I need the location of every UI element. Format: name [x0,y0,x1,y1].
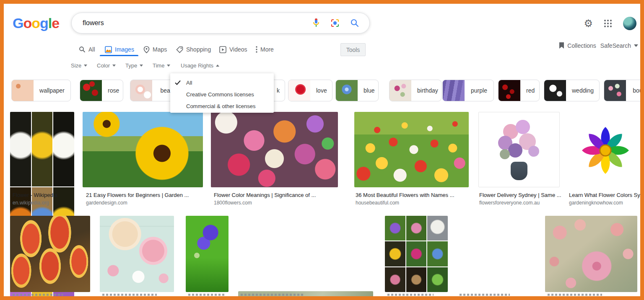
cutoff-caption [387,294,434,296]
result-image-bellflower[interactable] [186,216,229,292]
result-title[interactable]: Learn What Flower Colors Sy... [569,192,644,198]
chip-label: birthday [411,87,441,94]
chevron-up-icon [216,65,219,67]
menu-item-all[interactable]: All [170,77,274,88]
logo-letter: e [52,15,59,31]
chip-bouquet-cutoff[interactable]: bou [604,80,644,101]
chip-red[interactable]: red [498,80,540,101]
result-image-pink-dahlias[interactable] [100,216,174,292]
cutoff-caption [102,294,157,296]
chip-label: red [520,87,540,94]
mic-icon[interactable] [312,18,320,28]
menu-item-label: All [186,80,192,86]
result-image-flower-vase[interactable] [478,112,560,187]
checkmark-icon [174,79,181,86]
result-title[interactable]: Flower Color Meanings | Significance of … [214,192,316,198]
chip-purple[interactable]: purple [442,80,494,101]
filter-time[interactable]: Time [153,62,170,69]
result-title[interactable]: 36 Most Beautiful Flowers with Names ... [356,192,454,198]
chip-thumbnail [12,80,34,101]
tab-all[interactable]: All [79,44,95,55]
result-title[interactable]: 21 Easy Flowers for Beginners | Garden .… [86,192,189,198]
chip-blue[interactable]: blue [335,80,379,101]
filter-label: Usage Rights [181,62,213,69]
menu-item-commercial[interactable]: Commercial & other licenses [170,100,274,112]
price-tag-icon [176,46,183,53]
tab-label: Shopping [186,46,211,53]
chevron-down-icon [112,65,116,67]
tools-label: Tools [346,47,360,53]
filter-label: Type [125,62,137,69]
result-image-tulip-field[interactable] [354,112,469,187]
google-logo[interactable]: Google [13,15,59,31]
apps-grid-icon[interactable] [604,19,612,28]
logo-letter: o [23,15,31,31]
chevron-down-icon [167,65,170,67]
result-domain[interactable]: housebeautiful.com [356,200,399,206]
safesearch-label: SafeSearch [600,42,631,49]
chip-thumbnail [443,80,465,101]
result-image-sunflower[interactable] [83,112,203,187]
tab-label: Images [115,46,134,53]
result-image-rainbow-flower[interactable] [569,112,640,187]
filter-label: Color [97,62,110,69]
lens-camera-icon[interactable] [330,18,340,28]
avatar[interactable] [623,17,636,30]
result-domain[interactable]: 1800flowers.com [214,200,252,206]
tools-button[interactable]: Tools [340,43,366,56]
search-icon [79,46,86,53]
search-icon[interactable] [350,18,359,28]
result-image-red-tulips[interactable] [10,216,90,292]
chip-label: k [277,87,285,94]
chip-thumbnail [390,80,411,101]
result-domain[interactable]: gardeningknowhow.com [569,200,623,206]
chip-love[interactable]: love [288,80,332,101]
filter-type[interactable]: Type [125,62,143,69]
more-vertical-icon [256,46,257,53]
image-icon [105,46,112,53]
chip-thumbnail [80,80,102,101]
logo-letter: l [48,15,52,31]
settings-gear-icon[interactable]: ⚙ [584,18,593,28]
cutoff-caption [460,294,510,296]
chip-wallpaper[interactable]: wallpaper [11,80,71,101]
tab-shopping[interactable]: Shopping [176,44,211,55]
filter-usage-rights[interactable]: Usage Rights [181,62,219,69]
chip-birthday[interactable]: birthday [389,80,441,101]
tab-label: Videos [229,46,247,53]
chevron-down-icon [140,65,143,67]
result-domain[interactable]: flowersforeveryone.com.au [479,200,540,206]
filter-label: Time [153,62,164,69]
map-pin-icon [143,46,150,53]
filter-size[interactable]: Size [71,62,87,69]
tab-more[interactable]: More [256,44,274,55]
result-title[interactable]: Flower - Wikipedia [13,192,57,198]
cutoff-caption [13,294,63,296]
cutoff-caption [548,294,602,296]
result-image-flower-collage[interactable] [385,216,448,292]
result-image-pink-meadow[interactable] [545,216,637,292]
result-domain[interactable]: en.wikipedia.org [13,200,49,206]
menu-item-creative-commons[interactable]: Creative Commons licenses [170,88,274,100]
collections-button[interactable]: Collections [559,42,596,49]
logo-letter: g [40,15,48,31]
chevron-down-icon [634,44,638,47]
chip-rose[interactable]: rose [80,80,123,101]
search-input[interactable] [83,19,312,27]
logo-letter: G [13,15,23,31]
chip-thumbnail [336,80,358,101]
tab-videos[interactable]: Videos [219,44,247,55]
tab-maps[interactable]: Maps [143,44,167,55]
tab-images[interactable]: Images [105,44,134,55]
search-bar[interactable] [71,13,370,34]
result-title[interactable]: Flower Delivery Sydney | Same ... [479,192,561,198]
result-domain[interactable]: gardendesign.com [86,200,127,206]
result-image-chrysanthemums[interactable] [211,112,338,187]
menu-item-label: Commercial & other licenses [186,103,255,109]
filter-label: Size [71,62,81,69]
filter-color[interactable]: Color [97,62,116,69]
safesearch-button[interactable]: SafeSearch [600,42,638,49]
cutoff-caption [188,294,226,296]
chip-wedding[interactable]: wedding [544,80,600,101]
tab-label: Maps [153,46,167,53]
